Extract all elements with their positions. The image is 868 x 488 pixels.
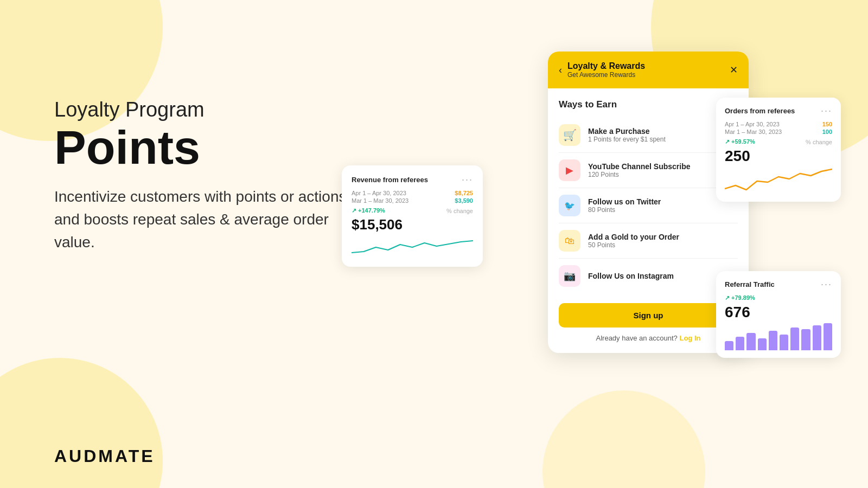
login-prompt: Already have an account? Log In (559, 334, 738, 342)
hero-description: Incentivize customers with points or act… (54, 185, 369, 254)
earn-item-points-gold: 50 Points (588, 241, 679, 249)
earn-item-points-purchase: 1 Points for every $1 spent (588, 136, 666, 143)
login-link[interactable]: Log In (679, 334, 700, 342)
earn-item-points-twitter: 80 Points (588, 206, 661, 214)
purchase-icon: 🛒 (559, 124, 580, 146)
bar-10 (824, 323, 832, 350)
revenue-change-label: % change (446, 208, 473, 214)
orders-card-menu[interactable]: ··· (821, 105, 832, 117)
hero-section: Loyalty Program Points Incentivize custo… (54, 98, 369, 254)
orders-change-label: % change (806, 139, 832, 145)
gold-icon: 🛍 (559, 230, 580, 252)
orders-date-1: Apr 1 – Apr 30, 2023 (725, 121, 780, 127)
orders-date-2: Mar 1 – Mar 30, 2023 (725, 129, 782, 135)
bar-6 (780, 335, 788, 350)
earn-item-purchase[interactable]: 🛒 Make a Purchase 1 Points for every $1 … (559, 118, 738, 153)
revenue-value-1: $8,725 (455, 190, 473, 196)
bar-2 (736, 337, 744, 350)
back-icon[interactable]: ‹ (559, 65, 562, 76)
referral-card: Referral Traffic ··· ↗ +79.89% 676 (716, 271, 841, 358)
revenue-big-value: $15,506 (352, 216, 473, 233)
brand-logo: AUDMATE (54, 446, 155, 466)
revenue-change: ↗ +147.79% (352, 207, 385, 214)
orders-card-title: Orders from referees (725, 107, 795, 115)
earn-item-name-twitter: Follow us on Twitter (588, 197, 661, 206)
revenue-date-1: Apr 1 – Apr 30, 2023 (352, 190, 406, 196)
ways-to-earn-title: Ways to Earn (559, 99, 738, 110)
bg-circle-bl (0, 358, 163, 488)
revenue-card-title: Revenue from referees (352, 176, 428, 184)
bg-circle-br (542, 390, 705, 488)
orders-value-1: 150 (822, 121, 832, 127)
bar-5 (769, 331, 777, 350)
orders-change: ↗ +59.57% (725, 138, 755, 145)
youtube-icon: ▶ (559, 159, 580, 181)
bar-7 (790, 328, 799, 351)
orders-value-2: 100 (822, 129, 832, 135)
revenue-date-2: Mar 1 – Mar 30, 2023 (352, 197, 409, 204)
referral-change: ↗ +79.89% (725, 294, 755, 301)
bar-8 (801, 329, 810, 350)
earn-item-name-gold: Add a Gold to your Order (588, 233, 679, 241)
earn-item-name-purchase: Make a Purchase (588, 127, 666, 136)
referral-card-menu[interactable]: ··· (821, 279, 832, 290)
instagram-icon: 📷 (559, 265, 580, 287)
revenue-value-2: $3,590 (455, 197, 473, 204)
earn-item-gold[interactable]: 🛍 Add a Gold to your Order 50 Points (559, 223, 738, 259)
earn-item-points-youtube: 120 Points (588, 171, 691, 178)
bar-9 (813, 325, 821, 350)
orders-sparkline (725, 167, 832, 194)
orders-big-value: 250 (725, 147, 832, 165)
earn-item-youtube[interactable]: ▶ YouTube Channel Subscribe 120 Points (559, 153, 738, 188)
widget-subtitle: Get Awesome Rewards (567, 71, 645, 79)
revenue-card-menu[interactable]: ··· (462, 174, 473, 185)
hero-subtitle: Loyalty Program (54, 98, 369, 123)
login-prompt-text: Already have an account? (596, 334, 678, 342)
earn-item-name-instagram: Follow Us on Instagram (588, 272, 674, 280)
referral-big-value: 676 (725, 304, 832, 321)
earn-item-instagram[interactable]: 📷 Follow Us on Instagram (559, 259, 738, 293)
bar-1 (725, 341, 733, 351)
revenue-card: Revenue from referees ··· Apr 1 – Apr 30… (342, 165, 483, 267)
referral-card-title: Referral Traffic (725, 280, 775, 288)
revenue-sparkline (352, 236, 473, 258)
widget-title: Loyalty & Rewards (567, 61, 645, 71)
earn-item-name-youtube: YouTube Channel Subscribe (588, 162, 691, 171)
earn-item-twitter[interactable]: 🐦 Follow us on Twitter 80 Points (559, 188, 738, 223)
close-icon[interactable]: ✕ (730, 64, 738, 76)
orders-card: Orders from referees ··· Apr 1 – Apr 30,… (716, 98, 841, 202)
referral-bar-chart (725, 323, 832, 350)
twitter-icon: 🐦 (559, 195, 580, 216)
bar-4 (758, 338, 767, 351)
signup-button[interactable]: Sign up (559, 303, 738, 328)
widget-header: ‹ Loyalty & Rewards Get Awesome Rewards … (548, 52, 749, 88)
bar-3 (746, 333, 755, 351)
hero-title: Points (54, 123, 369, 172)
